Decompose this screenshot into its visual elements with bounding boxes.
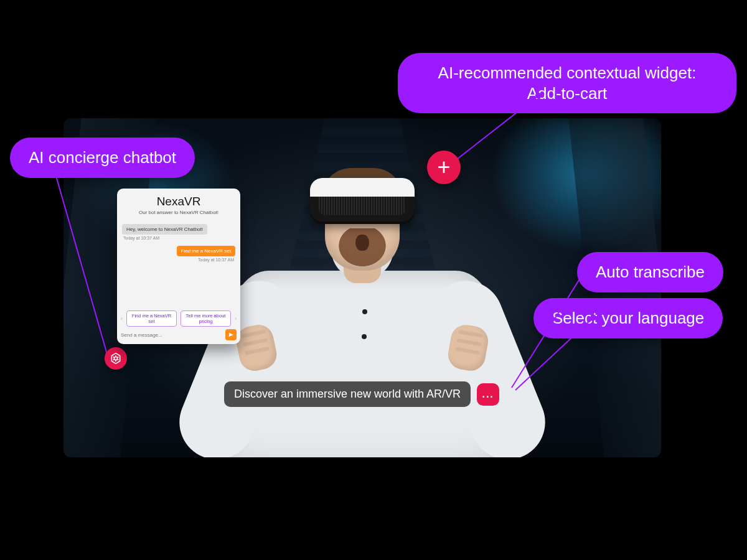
chat-bot-message: Hey, welcome to NexaVR Chatbot! (122, 224, 207, 235)
ellipsis-icon: ... (482, 389, 494, 400)
annotation-transcribe: Auto transcribe (577, 252, 723, 292)
person-vr (213, 146, 512, 457)
chevron-left-icon[interactable]: ‹ (121, 315, 123, 322)
chat-subtitle: Our bot answer to NexaVR Chatbot! (117, 210, 240, 215)
chat-title: NexaVR (117, 189, 240, 208)
annotation-widget-line1: AI-recommended contextual widget: (438, 63, 697, 82)
annotation-widget: AI-recommended contextual widget: Add-to… (398, 53, 736, 113)
video-caption: Discover an immersive new world with AR/… (224, 381, 471, 407)
send-icon (228, 332, 234, 338)
hexagon-icon (110, 352, 122, 365)
chat-body: Hey, welcome to NexaVR Chatbot! Today at… (122, 222, 235, 312)
chat-user-message: Find me a NexaVR set (177, 246, 235, 256)
chat-send-button[interactable] (225, 329, 237, 340)
chat-input[interactable] (121, 332, 223, 338)
plus-icon: + (437, 154, 450, 180)
chatbot-panel: NexaVR Our bot answer to NexaVR Chatbot!… (117, 189, 240, 344)
caption-more-button[interactable]: ... (477, 383, 499, 406)
annotation-language: Select your language (533, 298, 723, 338)
chat-suggestions: ‹ Find me a NexaVR set Tell me more abou… (121, 310, 237, 327)
annotation-chatbot: AI concierge chatbot (10, 138, 195, 178)
chat-suggestion-1[interactable]: Find me a NexaVR set (126, 310, 177, 327)
chat-user-timestamp: Today at 10:37 AM (122, 258, 234, 262)
add-to-cart-button[interactable]: + (427, 151, 461, 184)
vr-headset-icon (310, 178, 415, 224)
chat-bot-timestamp: Today at 10:37 AM (123, 236, 235, 240)
chat-suggestion-2[interactable]: Tell me more about pricing (181, 310, 231, 327)
svg-point-0 (115, 357, 118, 360)
chevron-right-icon[interactable]: › (235, 315, 237, 322)
brand-badge-button[interactable] (105, 347, 127, 370)
